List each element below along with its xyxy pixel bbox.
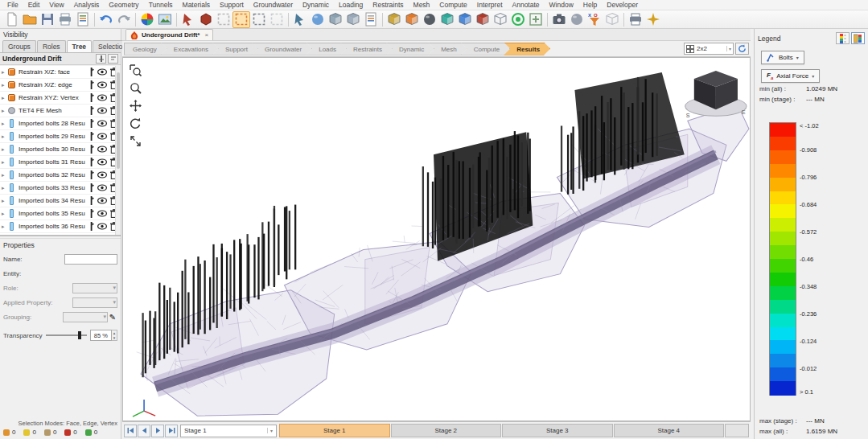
contour-options-button[interactable] xyxy=(836,32,849,44)
visibility-eye-icon[interactable] xyxy=(97,158,108,166)
tree-item[interactable]: ▸Imported bolts 33 Results xyxy=(0,182,121,195)
rotate-button[interactable] xyxy=(128,116,143,131)
tree-item[interactable]: ▸Restrain X/Z: face xyxy=(0,66,121,79)
material-box-icon[interactable] xyxy=(385,11,403,28)
stage-tab-stage-1[interactable]: Stage 1 xyxy=(279,424,390,437)
visibility-eye-icon[interactable] xyxy=(97,197,108,204)
metric-dropdown-button[interactable]: Fa Axial Force ▾ xyxy=(761,69,820,83)
screen-capture-icon[interactable] xyxy=(156,11,174,28)
delete-cube-icon[interactable] xyxy=(474,11,492,28)
applied-property-select[interactable] xyxy=(72,297,117,308)
pin-item-icon[interactable] xyxy=(85,132,97,141)
menu-dynamic[interactable]: Dynamic xyxy=(298,1,334,9)
expand-icon[interactable]: ▸ xyxy=(2,224,8,230)
visibility-eye-icon[interactable] xyxy=(97,107,108,114)
menu-annotate[interactable]: Annotate xyxy=(508,1,545,9)
wire-cube-icon[interactable] xyxy=(492,11,509,28)
menu-developer[interactable]: Developer xyxy=(602,1,643,9)
solid-tool-icon[interactable] xyxy=(197,11,215,28)
fit-view-button[interactable] xyxy=(128,133,143,149)
camera-view-icon[interactable] xyxy=(550,11,568,28)
import-model-icon[interactable] xyxy=(327,11,344,28)
previous-stage-button[interactable] xyxy=(138,425,150,437)
workflow-tab-geology[interactable]: Geology xyxy=(124,43,167,55)
menu-file[interactable]: File xyxy=(2,1,23,9)
tree-item[interactable]: ▸Imported bolts 35 Results xyxy=(0,207,121,220)
expand-icon[interactable]: ▸ xyxy=(2,121,8,127)
visibility-eye-icon[interactable] xyxy=(97,94,108,101)
open-folder-icon[interactable] xyxy=(21,11,39,28)
contour-target-icon[interactable] xyxy=(509,11,527,28)
menu-window[interactable]: Window xyxy=(545,1,578,9)
pan-button[interactable] xyxy=(128,98,143,113)
edit-grouping-icon[interactable]: ✎ xyxy=(108,313,117,322)
visibility-tab-tree[interactable]: Tree xyxy=(67,40,93,52)
expand-icon[interactable]: ▸ xyxy=(2,172,8,178)
menu-analysis[interactable]: Analysis xyxy=(69,1,105,9)
workflow-tab-groundwater[interactable]: Groundwater xyxy=(252,43,312,55)
stage-tab-stage-2[interactable]: Stage 2 xyxy=(391,424,502,437)
legend-display-button[interactable] xyxy=(851,32,865,44)
magic-wand-icon[interactable] xyxy=(644,11,662,28)
expand-icon[interactable]: ▸ xyxy=(2,211,8,217)
box-select-off-icon[interactable] xyxy=(268,11,286,28)
name-field[interactable] xyxy=(64,254,117,265)
undo-icon[interactable] xyxy=(97,11,115,28)
pin-item-icon[interactable] xyxy=(85,196,97,205)
pin-item-icon[interactable] xyxy=(85,80,97,89)
stage-overflow-button[interactable] xyxy=(725,424,749,437)
dark-sphere-icon[interactable] xyxy=(421,11,438,28)
menu-interpret[interactable]: Interpret xyxy=(472,1,508,9)
menu-groundwater[interactable]: Groundwater xyxy=(249,1,298,9)
workflow-tab-support[interactable]: Support xyxy=(212,43,258,55)
tree-item[interactable]: ▸TET4 FE Mesh xyxy=(0,105,121,117)
print-preview-icon[interactable] xyxy=(74,11,92,28)
expand-icon[interactable]: ▸ xyxy=(2,108,8,114)
menu-materials[interactable]: Materials xyxy=(178,1,215,9)
refresh-view-button[interactable] xyxy=(735,43,749,55)
expand-icon[interactable]: ▸ xyxy=(2,159,8,166)
menu-tunnels[interactable]: Tunnels xyxy=(144,1,178,9)
shell-tool-icon[interactable] xyxy=(568,11,586,28)
stage-tab-stage-4[interactable]: Stage 4 xyxy=(614,424,725,437)
pin-item-icon[interactable] xyxy=(85,119,97,128)
tree-item[interactable]: ▸Imported bolts 36 Results xyxy=(0,220,121,233)
export-model-icon[interactable] xyxy=(344,11,362,28)
redo-icon[interactable] xyxy=(115,11,133,28)
transparency-slider[interactable] xyxy=(46,334,87,336)
visibility-eye-icon[interactable] xyxy=(97,81,108,88)
visibility-eye-icon[interactable] xyxy=(97,146,108,153)
pin-item-icon[interactable] xyxy=(85,68,97,76)
workflow-tab-compute[interactable]: Compute xyxy=(461,43,510,55)
tree-item[interactable]: ▸Restrain XYZ: Vertex xyxy=(0,92,121,105)
expand-icon[interactable]: ▸ xyxy=(2,146,8,153)
menu-mesh[interactable]: Mesh xyxy=(409,1,435,9)
menu-view[interactable]: View xyxy=(44,1,68,9)
new-file-icon[interactable] xyxy=(3,11,21,28)
pin-item-icon[interactable] xyxy=(85,183,97,192)
excavate-box-icon[interactable] xyxy=(403,11,421,28)
first-stage-button[interactable] xyxy=(124,425,137,437)
edit-select-icon[interactable] xyxy=(179,11,197,28)
menu-loading[interactable]: Loading xyxy=(334,1,368,9)
menu-help[interactable]: Help xyxy=(578,1,602,9)
measure-tool-icon[interactable] xyxy=(291,11,309,28)
viewport-3d[interactable]: S E xyxy=(122,57,751,421)
line-snap-icon[interactable] xyxy=(215,11,232,28)
menu-compute[interactable]: Compute xyxy=(434,1,472,9)
zoom-extents-button[interactable] xyxy=(128,63,143,78)
save-icon[interactable] xyxy=(39,11,56,28)
visibility-eye-icon[interactable] xyxy=(97,171,108,178)
support-cube-icon[interactable] xyxy=(438,11,456,28)
pin-item-icon[interactable] xyxy=(85,145,97,154)
tree-item[interactable]: ▸Imported bolts 29 Results xyxy=(0,130,121,143)
pin-item-icon[interactable] xyxy=(85,93,97,102)
expand-icon[interactable]: ▸ xyxy=(2,82,8,88)
visibility-eye-icon[interactable] xyxy=(97,133,108,140)
menu-geometry[interactable]: Geometry xyxy=(104,1,143,9)
menu-support[interactable]: Support xyxy=(215,1,249,9)
expand-icon[interactable]: ▸ xyxy=(2,185,8,191)
transparency-spinner[interactable]: ▴▾ xyxy=(112,330,117,341)
visibility-eye-icon[interactable] xyxy=(97,210,108,217)
tree-item[interactable]: ▸Imported bolts 31 Results xyxy=(0,156,121,169)
